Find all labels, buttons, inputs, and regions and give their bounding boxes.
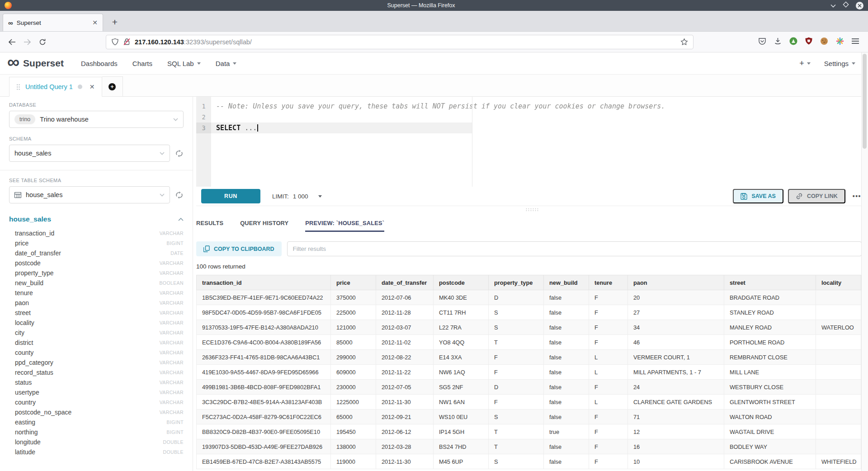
forward-button[interactable]	[21, 39, 33, 45]
refresh-schemas-icon[interactable]	[175, 149, 184, 158]
column-header-street[interactable]: street	[724, 275, 816, 290]
copy-to-clipboard-button[interactable]: COPY TO CLIPBOARD	[196, 241, 282, 256]
table-cell: F	[589, 439, 628, 454]
table-cell: 98F5DC47-0D05-4D59-95B7-98CA6F1FDE05	[197, 305, 331, 320]
tab-close-icon[interactable]: ✕	[92, 19, 98, 26]
column-header-date_of_transfer[interactable]: date_of_transfer	[376, 275, 434, 290]
insecure-lock-icon[interactable]	[123, 38, 131, 46]
query-tab-close-icon[interactable]: ✕	[90, 83, 95, 90]
column-header-locality[interactable]: locality	[816, 275, 861, 290]
table-row: 2636F323-FF41-4765-81DB-98CAA6A43BC12990…	[197, 350, 861, 365]
window-minimize-icon[interactable]	[830, 1, 836, 9]
table-cell: VERMEER COURT, 1	[628, 350, 724, 365]
reload-button[interactable]	[36, 38, 49, 46]
nav-item-dashboards[interactable]: Dashboards	[81, 60, 118, 67]
column-header-new_build[interactable]: new_build	[544, 275, 589, 290]
drag-handle-icon[interactable]	[16, 84, 20, 90]
table-cell: T	[489, 335, 544, 350]
limit-label: LIMIT:	[272, 193, 289, 200]
column-name: date_of_transfer	[15, 250, 61, 257]
table-cell: 609000	[331, 365, 376, 380]
bookmark-star-icon[interactable]	[680, 38, 688, 46]
run-button[interactable]: RUN	[201, 189, 260, 203]
schema-select[interactable]: house_sales	[9, 145, 170, 162]
table-cell: false	[544, 350, 589, 365]
address-bar[interactable]: 217.160.120.143:32393/superset/sqllab/	[106, 35, 693, 49]
table-name-heading[interactable]: house_sales	[9, 215, 51, 223]
column-header-tenure[interactable]: tenure	[589, 275, 628, 290]
collapse-table-icon[interactable]	[178, 218, 184, 221]
column-header-paon[interactable]: paon	[628, 275, 724, 290]
nav-item-charts[interactable]: Charts	[132, 60, 152, 67]
new-item-menu[interactable]: +	[799, 59, 811, 68]
pane-resize-handle[interactable]	[525, 208, 539, 211]
filter-results-input[interactable]	[287, 241, 862, 256]
table-cell: false	[544, 454, 589, 469]
table-cell: 193907D3-5DBD-453D-A49E-9FEE27DAB926	[197, 439, 331, 454]
column-type: VARCHAR	[160, 330, 184, 335]
schema-column-row: northingBIGINT	[9, 427, 184, 437]
superset-navbar: ∞ Superset Dashboards Charts SQL Lab Dat…	[0, 52, 868, 75]
column-name: usertype	[15, 389, 39, 396]
table-cell: STANLEY ROAD	[724, 305, 816, 320]
query-tab-active[interactable]: Untitled Query 1 ✕	[9, 77, 102, 97]
print-margin-line	[472, 97, 472, 187]
settings-menu[interactable]: Settings	[824, 60, 855, 67]
column-header-transaction_id[interactable]: transaction_id	[197, 275, 331, 290]
superset-logo[interactable]: ∞ Superset	[7, 58, 64, 69]
table-cell: NW6 1AQ	[434, 365, 489, 380]
table-cell: NW1 6AN	[434, 395, 489, 410]
table-select[interactable]: house_sales	[9, 186, 170, 203]
downloads-icon[interactable]	[774, 37, 782, 47]
schema-column-row: new_buildBOOLEAN	[9, 278, 184, 288]
table-cell: 419E1030-9A55-4467-8DA9-9FED95D65966	[197, 365, 331, 380]
database-label: DATABASE	[9, 102, 184, 108]
column-type: VARCHAR	[160, 400, 184, 405]
tab-results[interactable]: RESULTS	[196, 220, 223, 232]
schema-column-row: eastingBIGINT	[9, 417, 184, 427]
browser-tab[interactable]: ∞ Superset ✕	[3, 14, 103, 31]
shield-icon[interactable]	[111, 38, 119, 46]
containers-icon[interactable]	[836, 37, 844, 47]
table-cell	[816, 439, 861, 454]
limit-dropdown[interactable]: LIMIT: 1 000	[272, 193, 322, 200]
table-cell	[816, 380, 861, 395]
sql-comment-line: -- Note: Unless you save your query, the…	[216, 102, 665, 110]
back-button[interactable]	[5, 39, 18, 45]
schema-column-row: ppd_categoryVARCHAR	[9, 358, 184, 367]
tab-preview-house-sales[interactable]: PREVIEW: `HOUSE_SALES`	[305, 220, 384, 232]
table-cell: 1B5C39ED-BE7F-41EF-9E71-9C60EED74A22	[197, 290, 331, 305]
panel-divider	[0, 170, 193, 170]
more-actions-icon[interactable]: •••	[853, 193, 861, 200]
window-maximize-icon[interactable]	[843, 1, 849, 9]
new-tab-button[interactable]: +	[108, 15, 122, 29]
column-header-postcode[interactable]: postcode	[434, 275, 489, 290]
column-name: street	[15, 309, 31, 316]
caret-down-icon	[318, 195, 322, 198]
cookie-icon[interactable]	[820, 37, 828, 47]
window-close-icon[interactable]	[856, 2, 863, 9]
table-cell	[816, 335, 861, 350]
table-cell: false	[544, 305, 589, 320]
nav-item-data[interactable]: Data	[216, 60, 237, 67]
table-row: 3C3C29DC-B7B2-4BE5-914A-A38123AF403B1225…	[197, 395, 861, 410]
table-cell: CARISBROOK AVENUE	[724, 454, 816, 469]
save-as-button[interactable]: SAVE AS	[733, 189, 783, 203]
privacy-badger-icon[interactable]	[789, 37, 797, 47]
database-select[interactable]: trino Trino warehouse	[9, 111, 184, 128]
table-icon	[14, 192, 21, 198]
pocket-icon[interactable]	[758, 37, 766, 47]
ublock-icon[interactable]	[805, 37, 812, 47]
refresh-tables-icon[interactable]	[175, 191, 184, 199]
table-cell	[816, 424, 861, 439]
hamburger-menu-icon[interactable]	[852, 38, 859, 46]
column-header-property_type[interactable]: property_type	[489, 275, 544, 290]
add-query-tab-button[interactable]: +	[102, 76, 123, 96]
copy-link-button[interactable]: COPY LINK	[788, 189, 845, 203]
column-name: easting	[15, 419, 35, 426]
sql-code-editor[interactable]: 1 2 3 -- Note: Unless you save your quer…	[196, 97, 868, 187]
table-cell: 34	[628, 320, 724, 335]
column-header-price[interactable]: price	[331, 275, 376, 290]
tab-query-history[interactable]: QUERY HISTORY	[240, 220, 288, 232]
nav-item-sql-lab[interactable]: SQL Lab	[167, 60, 201, 67]
